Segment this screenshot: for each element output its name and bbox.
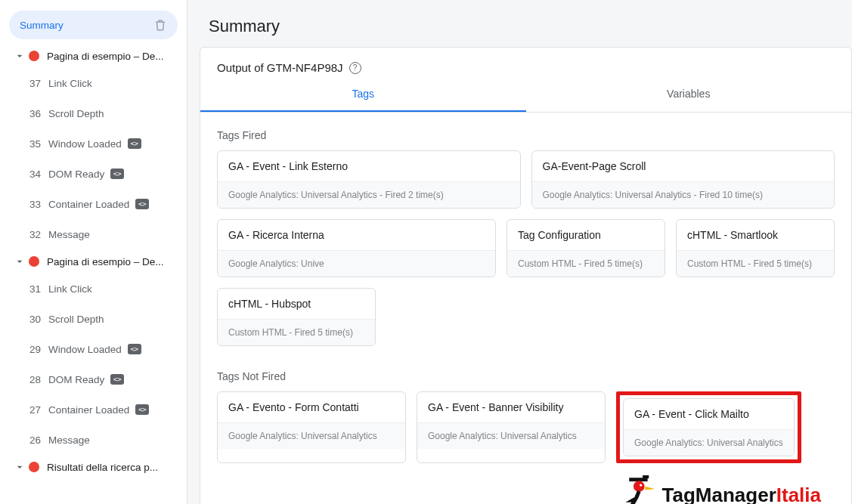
sidebar-page-group[interactable]: Pagina di esempio – De... xyxy=(0,249,187,274)
event-label: Window Loaded xyxy=(48,138,122,150)
caret-down-icon xyxy=(14,50,26,62)
tag-card-subtitle: Google Analytics: Universal Analytics - … xyxy=(218,181,520,208)
sidebar-event-row[interactable]: 30Scroll Depth xyxy=(0,304,187,334)
sidebar-page-group[interactable]: Pagina di esempio – De... xyxy=(0,44,187,68)
event-number: 26 xyxy=(26,434,41,446)
page-title: Summary xyxy=(187,0,852,47)
tag-card-title: GA-Event-Page Scroll xyxy=(532,151,835,181)
tag-card-subtitle: Google Analytics: Universal Analytics xyxy=(218,422,405,449)
caret-down-icon xyxy=(14,461,26,473)
sidebar-event-row[interactable]: 28DOM Ready<> xyxy=(0,364,187,394)
summary-label: Summary xyxy=(20,20,64,31)
event-label: Message xyxy=(48,229,90,240)
event-label: DOM Ready xyxy=(48,169,104,180)
container-id: GTM-NF4P98J xyxy=(267,61,343,74)
caret-down-icon xyxy=(14,255,26,267)
code-badge-icon: <> xyxy=(135,404,149,415)
page-group-title: Risultati della ricerca p... xyxy=(47,462,158,473)
tag-card-subtitle: Google Analytics: Universal Analytics xyxy=(624,429,794,456)
woodpecker-icon xyxy=(617,475,656,504)
event-label: Message xyxy=(48,434,90,446)
event-label: DOM Ready xyxy=(48,374,104,385)
event-label: Container Loaded xyxy=(48,199,129,210)
svg-point-3 xyxy=(640,484,642,486)
sidebar-event-row[interactable]: 26Message xyxy=(0,425,187,455)
page-group-title: Pagina di esempio – De... xyxy=(47,256,164,267)
tags-not-fired-label: Tags Not Fired xyxy=(200,354,851,388)
tag-card-subtitle: Custom HTML - Fired 5 time(s) xyxy=(677,250,834,277)
svg-point-2 xyxy=(633,481,644,492)
event-number: 32 xyxy=(26,229,41,240)
output-title-prefix: Output of xyxy=(217,61,264,74)
page-group-title: Pagina di esempio – De... xyxy=(47,51,164,62)
sidebar-event-row[interactable]: 31Link Click xyxy=(0,274,187,304)
event-number: 27 xyxy=(26,404,41,416)
tag-card[interactable]: GA-Event-Page ScrollGoogle Analytics: Un… xyxy=(531,150,835,209)
tag-card-subtitle: Google Analytics: Unive xyxy=(218,250,495,277)
code-badge-icon: <> xyxy=(110,169,124,179)
event-number: 35 xyxy=(26,138,41,150)
event-number: 36 xyxy=(26,108,41,119)
tags-fired-label: Tags Fired xyxy=(200,113,851,147)
tag-card-title: cHTML - Hubspot xyxy=(218,289,375,319)
tag-card[interactable]: cHTML - HubspotCustom HTML - Fired 5 tim… xyxy=(217,288,376,346)
sidebar-event-row[interactable]: 34DOM Ready<> xyxy=(0,159,187,189)
tag-card-subtitle: Custom HTML - Fired 5 time(s) xyxy=(507,250,665,277)
event-number: 34 xyxy=(26,169,41,180)
event-number: 28 xyxy=(26,374,41,385)
tag-card[interactable]: GA - Event - Link EsternoGoogle Analytic… xyxy=(217,150,521,209)
event-label: Scroll Depth xyxy=(48,314,104,325)
tag-card-title: cHTML - Smartlook xyxy=(677,220,834,250)
tab-variables[interactable]: Variables xyxy=(526,77,852,112)
code-badge-icon: <> xyxy=(110,374,124,385)
tag-card[interactable]: GA - Event - Banner VisibilityGoogle Ana… xyxy=(417,391,606,463)
svg-rect-1 xyxy=(643,475,649,478)
tag-card-title: GA - Event - Link Esterno xyxy=(218,151,520,181)
clear-icon[interactable] xyxy=(153,18,167,32)
tags-not-fired-grid: GA - Evento - Form ContattiGoogle Analyt… xyxy=(200,388,851,471)
tag-card-title: GA - Event - Banner Visibility xyxy=(417,392,605,422)
preview-sidebar: Summary Pagina di esempio – De...37Link … xyxy=(0,0,187,504)
sidebar-page-group[interactable]: Risultati della ricerca p... xyxy=(0,455,187,479)
sidebar-event-row[interactable]: 29Window Loaded<> xyxy=(0,334,187,364)
tag-card[interactable]: GA - Ricerca InternaGoogle Analytics: Un… xyxy=(217,219,496,277)
logo-wrap: TagManagerItalia xyxy=(200,471,851,504)
tabs: Tags Variables xyxy=(200,77,851,113)
tag-card[interactable]: Tag ConfigurationCustom HTML - Fired 5 t… xyxy=(507,219,665,277)
status-dot-icon xyxy=(29,51,39,61)
status-dot-icon xyxy=(29,462,39,472)
sidebar-event-row[interactable]: 35Window Loaded<> xyxy=(0,128,187,159)
tag-card-subtitle: Google Analytics: Universal Analytics - … xyxy=(532,181,835,208)
tagmanageritalia-logo: TagManagerItalia xyxy=(617,475,821,504)
summary-button[interactable]: Summary xyxy=(9,11,178,39)
event-label: Link Click xyxy=(48,283,92,295)
sidebar-event-row[interactable]: 36Scroll Depth xyxy=(0,98,187,128)
sidebar-event-row[interactable]: 32Message xyxy=(0,219,187,249)
help-icon[interactable]: ? xyxy=(349,62,361,74)
tag-card-title: GA - Event - Click Mailto xyxy=(624,399,794,429)
tag-card[interactable]: GA - Event - Click MailtoGoogle Analytic… xyxy=(623,398,795,456)
tag-card[interactable]: cHTML - SmartlookCustom HTML - Fired 5 t… xyxy=(676,219,835,277)
event-number: 29 xyxy=(26,344,41,355)
logo-tm: TagManager xyxy=(662,484,776,505)
event-number: 37 xyxy=(26,78,41,89)
sidebar-event-row[interactable]: 27Container Loaded<> xyxy=(0,394,187,425)
event-number: 30 xyxy=(26,314,41,325)
status-dot-icon xyxy=(29,256,39,267)
event-label: Link Click xyxy=(48,78,92,89)
tags-fired-grid: GA - Event - Link EsternoGoogle Analytic… xyxy=(200,147,851,354)
event-label: Scroll Depth xyxy=(48,108,104,119)
tag-card-title: GA - Evento - Form Contatti xyxy=(218,392,405,422)
sidebar-event-row[interactable]: 33Container Loaded<> xyxy=(0,189,187,219)
tag-card-subtitle: Custom HTML - Fired 5 time(s) xyxy=(218,319,375,345)
tag-card[interactable]: GA - Evento - Form ContattiGoogle Analyt… xyxy=(217,391,406,463)
output-card: Output of GTM-NF4P98J ? Tags Variables T… xyxy=(200,47,852,504)
sidebar-event-row[interactable]: 37Link Click xyxy=(0,68,187,98)
highlighted-tag: GA - Event - Click MailtoGoogle Analytic… xyxy=(616,391,801,463)
code-badge-icon: <> xyxy=(128,138,141,149)
event-number: 33 xyxy=(26,199,41,210)
tab-tags[interactable]: Tags xyxy=(200,77,526,112)
logo-italia: Italia xyxy=(776,484,821,505)
code-badge-icon: <> xyxy=(135,199,149,209)
code-badge-icon: <> xyxy=(128,344,141,354)
